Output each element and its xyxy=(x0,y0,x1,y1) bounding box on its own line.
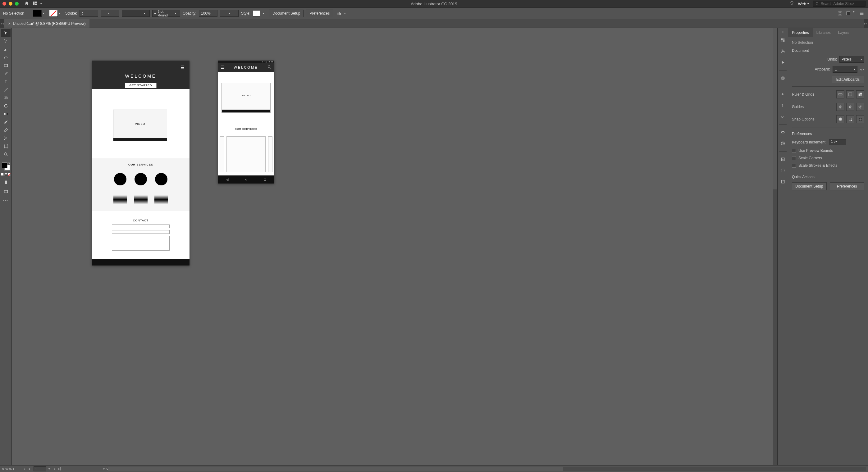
graphic-style-swatch[interactable] xyxy=(253,10,260,17)
first-artboard-icon[interactable]: |◂ xyxy=(22,467,26,471)
paragraph-panel-icon[interactable]: ¶ xyxy=(779,102,786,109)
swap-fill-stroke-icon[interactable]: ⤭ xyxy=(8,162,10,165)
screen-mode-icon[interactable] xyxy=(1,188,10,196)
smart-guides-icon[interactable] xyxy=(856,103,864,111)
zoom-tool[interactable] xyxy=(1,150,10,158)
artboard-tool[interactable] xyxy=(1,142,10,150)
workspace-dropdown[interactable]: Web ▾ xyxy=(798,2,809,6)
fill-swatch-group[interactable]: ▾ xyxy=(33,10,46,17)
type-tool[interactable]: T xyxy=(1,77,10,86)
chevron-down-icon[interactable]: ▾ xyxy=(853,10,857,17)
artboard-prev-icon[interactable]: ◂ xyxy=(860,68,862,71)
pen-tool[interactable] xyxy=(1,45,10,54)
vertical-scrollbar[interactable] xyxy=(773,28,777,465)
rotate-tool[interactable] xyxy=(1,102,10,110)
draw-mode-icon[interactable] xyxy=(1,178,10,186)
cc-libraries-icon[interactable] xyxy=(779,140,786,147)
play-icon[interactable] xyxy=(779,59,786,66)
chevron-down-icon[interactable]: ▾ xyxy=(40,2,44,5)
artboard-dropdown[interactable]: 1 ▾ xyxy=(833,66,858,73)
search-input[interactable] xyxy=(821,2,863,6)
snap-to-pixel-icon[interactable] xyxy=(836,115,844,123)
fill-swatch[interactable] xyxy=(33,10,42,17)
gear-icon[interactable] xyxy=(779,48,786,55)
edit-artboards-button[interactable]: Edit Artboards xyxy=(832,76,864,83)
arrange-documents-icon[interactable] xyxy=(32,1,37,7)
lightbulb-icon[interactable] xyxy=(789,1,794,7)
scroll-left-icon[interactable]: ▸ xyxy=(103,467,105,470)
opacity-input[interactable]: 100% xyxy=(199,10,217,17)
search-stock-field[interactable] xyxy=(813,1,866,7)
minimize-window-button[interactable] xyxy=(9,2,12,6)
artboard-1[interactable]: ☰ WELCOME GET STARTED VIDEO OUR SERVICES… xyxy=(92,61,189,265)
guides-lock-icon[interactable] xyxy=(846,103,854,111)
line-segment-tool[interactable] xyxy=(1,86,10,94)
next-artboard-icon[interactable]: ▸ xyxy=(53,467,57,471)
canvas[interactable]: ☰ WELCOME GET STARTED VIDEO OUR SERVICES… xyxy=(12,28,777,465)
horizontal-scrollbar[interactable]: ▸ ◂ xyxy=(108,467,866,471)
stroke-swatch-group[interactable]: ▾ xyxy=(49,10,63,17)
prev-artboard-icon[interactable]: ◂ xyxy=(27,467,31,471)
chevron-down-icon[interactable]: ▾ xyxy=(59,12,63,15)
home-icon[interactable] xyxy=(24,1,29,7)
chevron-down-icon[interactable]: ▾ xyxy=(49,467,50,470)
artboard-next-icon[interactable]: ▸ xyxy=(863,68,864,71)
document-tab[interactable]: × Untitled-1.ai* @ 8.87% (RGB/GPU Previe… xyxy=(4,19,90,28)
shape-builder-tool[interactable] xyxy=(1,94,10,102)
gradient-tool[interactable] xyxy=(1,110,10,118)
transparency-grid-icon[interactable] xyxy=(856,90,864,98)
scrollbar-thumb[interactable] xyxy=(108,467,563,471)
fill-stroke-indicator[interactable]: ⤭ xyxy=(1,162,10,171)
eyedropper-tool[interactable] xyxy=(1,118,10,126)
tab-handle-left[interactable]: ◂◂ xyxy=(0,19,4,28)
qa-preferences-button[interactable]: Preferences xyxy=(830,182,865,190)
tab-properties[interactable]: Properties xyxy=(788,28,813,37)
export-icon[interactable] xyxy=(779,178,786,185)
eraser-tool[interactable] xyxy=(1,126,10,134)
tab-libraries[interactable]: Libraries xyxy=(813,28,834,37)
scrollbar-thumb[interactable] xyxy=(773,28,777,189)
scissors-tool[interactable] xyxy=(1,134,10,142)
chevron-down-icon[interactable]: ▾ xyxy=(263,12,267,15)
maximize-window-button[interactable] xyxy=(15,2,19,6)
color-mode-swatches[interactable] xyxy=(1,173,10,176)
stroke-swatch[interactable] xyxy=(49,10,58,17)
opentype-panel-icon[interactable]: O xyxy=(779,113,786,120)
transform-panel-icon[interactable] xyxy=(845,10,851,17)
snap-to-point-icon[interactable] xyxy=(846,115,854,123)
asset-export-icon[interactable] xyxy=(779,156,786,163)
grid-icon[interactable] xyxy=(846,90,854,98)
opacity-dropdown[interactable]: ▸ xyxy=(220,10,239,17)
qa-document-setup-button[interactable]: Document Setup xyxy=(792,182,827,190)
variable-width-profile[interactable]: 3 pt. Round ▾ xyxy=(152,10,180,17)
use-preview-bounds-checkbox[interactable] xyxy=(792,149,796,153)
links-panel-icon[interactable] xyxy=(779,129,786,136)
tab-handle-right[interactable]: ▸▸ xyxy=(864,19,868,28)
panel-menu-icon[interactable] xyxy=(859,10,865,17)
align-to-icon[interactable] xyxy=(337,10,342,17)
zoom-display[interactable]: 8.87% ▾ xyxy=(2,467,19,471)
close-tab-icon[interactable]: × xyxy=(8,21,10,26)
preferences-button[interactable]: Preferences xyxy=(306,10,333,17)
tab-layers[interactable]: Layers xyxy=(834,28,853,37)
close-window-button[interactable] xyxy=(2,2,6,6)
color-panel-icon[interactable] xyxy=(779,37,786,43)
fill-indicator[interactable] xyxy=(2,162,7,168)
last-artboard-icon[interactable]: ▸| xyxy=(58,467,62,471)
ruler-icon[interactable] xyxy=(836,90,844,98)
scale-strokes-checkbox[interactable] xyxy=(792,164,796,168)
document-setup-button[interactable]: Document Setup xyxy=(269,10,304,17)
stroke-width-dropdown[interactable]: ▾ xyxy=(101,10,119,17)
dock-handle[interactable]: ◂◂ xyxy=(780,30,786,32)
rectangle-tool[interactable] xyxy=(1,61,10,69)
snap-to-grid-icon[interactable] xyxy=(856,115,864,123)
character-panel-icon[interactable]: A xyxy=(779,91,786,97)
guides-visibility-icon[interactable] xyxy=(836,103,844,111)
scale-corners-checkbox[interactable] xyxy=(792,156,796,160)
stroke-width-input[interactable]: ▴▾ xyxy=(80,10,98,17)
units-dropdown[interactable]: Pixels ▾ xyxy=(839,56,864,63)
chevron-down-icon[interactable]: ▾ xyxy=(344,12,348,15)
keyboard-increment-input[interactable]: 1 px xyxy=(829,139,846,145)
artboards-panel-icon[interactable] xyxy=(779,167,786,174)
edit-toolbar-icon[interactable]: ••• xyxy=(3,199,8,202)
